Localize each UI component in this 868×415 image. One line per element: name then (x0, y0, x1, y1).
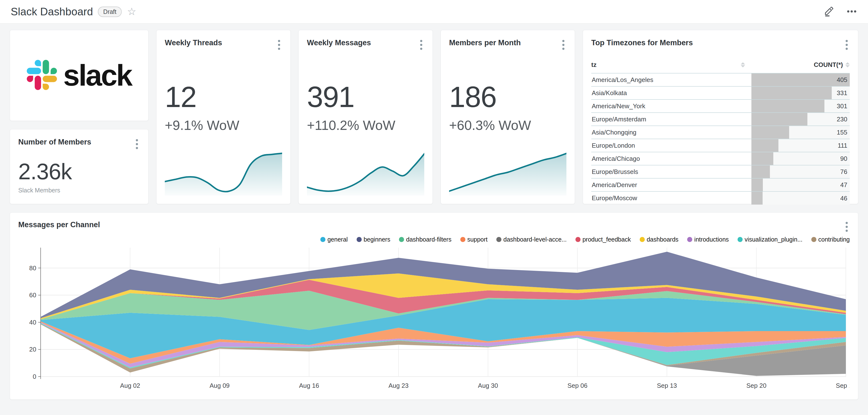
slack-wordmark: slack (63, 58, 131, 92)
count-cell: 111 (751, 139, 850, 152)
kpi-value: 12 (165, 80, 282, 114)
table-row: Europe/Amsterdam230 (591, 113, 850, 126)
kpi-value: 186 (449, 80, 566, 114)
legend-item[interactable]: introductions (687, 236, 729, 243)
svg-text:60: 60 (29, 291, 36, 299)
svg-text:Aug 02: Aug 02 (120, 382, 140, 389)
legend-label: beginners (364, 236, 391, 243)
count-cell: 405 (751, 73, 850, 86)
tz-cell: Europe/London (591, 139, 751, 152)
table-row: Europe/Brussels76 (591, 165, 850, 178)
svg-text:Sep 27: Sep 27 (836, 382, 849, 389)
tz-cell: America/New_York (591, 99, 751, 113)
svg-text:Aug 23: Aug 23 (389, 382, 408, 389)
top-bar: Slack Dashboard Draft ☆ (0, 0, 868, 24)
kebab-menu-icon[interactable] (276, 38, 282, 51)
table-row: America/Los_Angeles405 (591, 73, 850, 86)
kebab-menu-icon[interactable] (560, 38, 566, 51)
legend-item[interactable]: dashboard-filters (399, 236, 451, 243)
sparkline-chart (449, 149, 566, 196)
legend-item[interactable]: product_feedback (576, 236, 631, 243)
legend-item[interactable]: contributing (811, 236, 850, 243)
count-value: 47 (840, 181, 847, 189)
pencil-icon (824, 6, 835, 18)
card-title: Weekly Messages (307, 38, 371, 47)
count-bar (751, 113, 807, 126)
count-value: 155 (837, 129, 847, 136)
sort-icon[interactable] (741, 62, 745, 67)
dashboard-body: slack Number of Members 2.36k Slack Memb… (0, 24, 868, 409)
page-title: Slack Dashboard (11, 6, 93, 18)
slack-logo-icon (27, 60, 57, 91)
card-title: Weekly Threads (165, 38, 222, 47)
count-value: 76 (840, 168, 847, 175)
edit-dashboard-button[interactable] (824, 6, 835, 18)
tz-cell: Europe/Brussels (591, 165, 751, 178)
count-bar (751, 179, 763, 191)
count-value: 46 (840, 194, 847, 202)
legend-label: contributing (818, 236, 850, 243)
messages-per-channel-card: Messages per Channel generalbeginnersdas… (10, 212, 858, 400)
legend-item[interactable]: beginners (356, 236, 391, 243)
table-row: America/Denver47 (591, 178, 850, 191)
slack-logo-card: slack (10, 30, 149, 121)
count-cell: 76 (751, 165, 850, 178)
column-header-tz[interactable]: tz (591, 58, 751, 73)
column-header-count[interactable]: COUNT(*) (751, 58, 850, 73)
legend-item[interactable]: dashboards (640, 236, 679, 243)
legend-item[interactable]: general (320, 236, 348, 243)
svg-text:40: 40 (29, 319, 36, 326)
status-badge: Draft (98, 6, 122, 17)
card-title: Number of Members (18, 138, 91, 147)
tz-cell: America/Denver (591, 178, 751, 191)
favorite-star-icon[interactable]: ☆ (127, 6, 136, 17)
sparkline-chart (307, 149, 424, 196)
count-value: 230 (837, 116, 847, 123)
legend-label: general (328, 236, 348, 243)
legend-dot-icon (320, 237, 326, 242)
legend-item[interactable]: support (460, 236, 488, 243)
tz-cell: Asia/Kolkata (591, 86, 751, 99)
count-bar (751, 139, 778, 152)
more-options-button[interactable] (846, 6, 857, 18)
stacked-area-chart[interactable]: 020406080Aug 02Aug 09Aug 16Aug 23Aug 30S… (18, 246, 849, 392)
count-cell: 331 (751, 86, 850, 99)
svg-text:Sep 06: Sep 06 (567, 382, 587, 389)
kebab-menu-icon[interactable] (844, 38, 850, 51)
legend-item[interactable]: visualization_plugin... (738, 236, 803, 243)
svg-text:80: 80 (29, 264, 36, 272)
svg-text:Aug 30: Aug 30 (478, 382, 498, 389)
kpi-value: 391 (307, 80, 424, 114)
table-row: America/Chicago90 (591, 152, 850, 165)
kpi-delta: +60.3% WoW (449, 118, 566, 133)
legend-item[interactable]: dashboard-level-acce... (496, 236, 567, 243)
tz-cell: Europe/Amsterdam (591, 113, 751, 126)
count-bar (751, 126, 789, 139)
top-timezones-card: Top Timezones for Members tz (583, 30, 858, 204)
tz-cell: Europe/Moscow (591, 191, 751, 204)
legend-dot-icon (811, 237, 816, 242)
svg-text:Sep 13: Sep 13 (657, 382, 677, 389)
kebab-menu-icon[interactable] (134, 138, 140, 151)
count-cell: 230 (751, 113, 850, 126)
count-value: 301 (837, 102, 847, 110)
svg-text:Sep 20: Sep 20 (746, 382, 766, 389)
table-row: America/New_York301 (591, 99, 850, 113)
count-cell: 46 (751, 191, 850, 204)
svg-text:Aug 09: Aug 09 (210, 382, 229, 389)
kebab-menu-icon[interactable] (418, 38, 424, 51)
card-title: Members per Month (449, 38, 521, 47)
table-row: Europe/Moscow46 (591, 191, 850, 204)
svg-text:20: 20 (29, 346, 36, 353)
legend-dot-icon (576, 237, 581, 242)
count-cell: 301 (751, 99, 850, 113)
sort-icon[interactable] (845, 62, 850, 67)
kebab-menu-icon[interactable] (844, 220, 850, 233)
legend-label: dashboards (647, 236, 679, 243)
sparkline-chart (165, 149, 282, 196)
number-of-members-card: Number of Members 2.36k Slack Members (10, 129, 149, 204)
legend-label: product_feedback (583, 236, 631, 243)
svg-text:Aug 16: Aug 16 (299, 382, 319, 389)
ellipsis-icon (846, 6, 857, 18)
kpi-delta: +9.1% WoW (165, 118, 282, 133)
